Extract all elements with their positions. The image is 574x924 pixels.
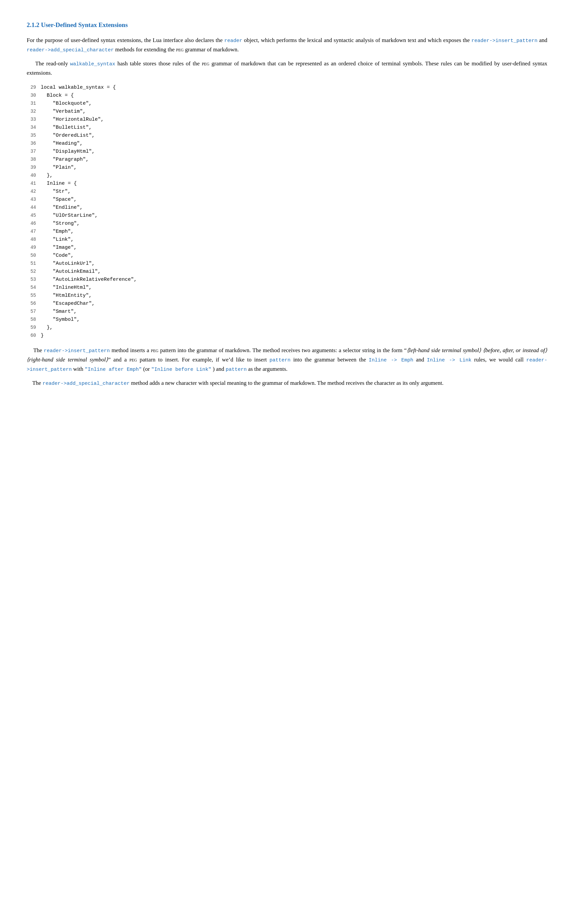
p3-text-h: (or	[143, 366, 151, 372]
paragraph-2: The read-only walkable_syntax hash table…	[27, 59, 547, 77]
code-line: 41 Inline = {	[27, 180, 547, 188]
code-text: "Link",	[41, 236, 74, 244]
code-line: 44 "Endline",	[27, 204, 547, 212]
paragraph-1: For the purpose of user-defined syntax e…	[27, 36, 547, 54]
p3-pattern-link2[interactable]: pattern	[226, 367, 247, 372]
line-number: 45	[27, 212, 41, 219]
code-line: 56 "EscapedChar",	[27, 300, 547, 308]
p3-inline-after-emph[interactable]: "Inline after Emph"	[85, 367, 142, 372]
code-text: "HorizontalRule",	[41, 116, 104, 124]
section-heading: 2.1.2 User-Defined Syntax Extensions	[27, 20, 547, 30]
code-text: "AutoLinkEmail",	[41, 268, 101, 276]
p1-text-a: For the purpose of user-defined syntax e…	[27, 37, 222, 43]
code-line: 52 "AutoLinkEmail",	[27, 268, 547, 276]
line-number: 29	[27, 84, 41, 91]
code-line: 57 "Smart",	[27, 308, 547, 316]
p3-indent: The	[27, 347, 44, 354]
p4-indent: The	[27, 380, 43, 386]
p3-text-j: as the arguments.	[248, 366, 287, 372]
code-line: 60 }	[27, 332, 547, 340]
p3-text-f: rules, we would call	[474, 357, 526, 363]
reader-link[interactable]: reader	[224, 38, 242, 44]
line-number: 56	[27, 300, 41, 307]
code-text: "Plain",	[41, 164, 77, 172]
code-text: "Symbol",	[41, 316, 80, 324]
code-line: 54 "InlineHtml",	[27, 284, 547, 292]
code-text: "DisplayHtml",	[41, 148, 95, 156]
line-number: 50	[27, 252, 41, 259]
code-line: 43 "Space",	[27, 196, 547, 204]
code-text: "Verbatim",	[41, 108, 86, 116]
line-number: 43	[27, 196, 41, 203]
p4-text-b: method adds a new character with special…	[131, 380, 443, 386]
code-line: 58 "Symbol",	[27, 316, 547, 324]
p3-pattern-link[interactable]: pattern	[270, 357, 291, 363]
code-text: "UlOrStarLine",	[41, 212, 98, 220]
line-number: 55	[27, 292, 41, 299]
code-text: },	[41, 172, 53, 180]
line-number: 54	[27, 284, 41, 291]
line-number: 57	[27, 308, 41, 315]
line-number: 31	[27, 100, 41, 107]
p1-text-b: object, which performs the lexical and s…	[244, 37, 472, 43]
code-line: 42 "Str",	[27, 188, 547, 196]
walkable-syntax-link[interactable]: walkable_syntax	[70, 61, 115, 67]
line-number: 33	[27, 116, 41, 123]
code-line: 31 "Blockquote",	[27, 100, 547, 108]
add-special-character-link[interactable]: reader->add_special_character	[27, 47, 114, 53]
code-line: 30 Block = {	[27, 92, 547, 100]
line-number: 42	[27, 188, 41, 195]
code-line: 45 "UlOrStarLine",	[27, 212, 547, 220]
code-text: "Smart",	[41, 308, 77, 316]
line-number: 40	[27, 172, 41, 179]
code-line: 29 local walkable_syntax = {	[27, 84, 547, 92]
line-number: 58	[27, 316, 41, 323]
p3-inline-emph-link[interactable]: Inline -> Emph	[369, 357, 413, 363]
p3-text-d: into the grammar between the	[293, 357, 369, 363]
code-text: "BulletList",	[41, 124, 92, 132]
code-line: 37 "DisplayHtml",	[27, 148, 547, 156]
line-number: 37	[27, 148, 41, 155]
code-text: "Heading",	[41, 140, 83, 148]
p4-add-special-character-link[interactable]: reader->add_special_character	[43, 381, 129, 387]
line-number: 36	[27, 140, 41, 147]
code-line: 55 "HtmlEntity",	[27, 292, 547, 300]
p3-insert-pattern-link[interactable]: reader->insert_pattern	[44, 348, 110, 354]
code-text: "Space",	[41, 196, 77, 204]
line-number: 51	[27, 260, 41, 267]
code-line: 32 "Verbatim",	[27, 108, 547, 116]
line-number: 60	[27, 332, 41, 339]
code-text: "Emph",	[41, 228, 74, 236]
code-text: Inline = {	[41, 180, 77, 188]
code-line: 50 "Code",	[27, 252, 547, 260]
p1-text-c: and	[539, 37, 547, 43]
code-block: 29 local walkable_syntax = { 30 Block = …	[27, 84, 547, 340]
code-text: },	[41, 324, 53, 332]
paragraph-3: The reader->insert_pattern method insert…	[27, 346, 547, 374]
code-text: "OrderedList",	[41, 132, 95, 140]
insert-pattern-link[interactable]: reader->insert_pattern	[471, 38, 537, 44]
line-number: 52	[27, 268, 41, 275]
code-text: Block = {	[41, 92, 74, 100]
line-number: 39	[27, 164, 41, 171]
line-number: 41	[27, 180, 41, 187]
p3-inline-link-link[interactable]: Inline -> Link	[427, 357, 472, 363]
code-text: local walkable_syntax = {	[41, 84, 116, 92]
code-line: 48 "Link",	[27, 236, 547, 244]
code-text: "Endline",	[41, 204, 83, 212]
code-text: "EscapedChar",	[41, 300, 95, 308]
code-text: "InlineHtml",	[41, 284, 92, 292]
line-number: 35	[27, 132, 41, 139]
paragraph-4: The reader->add_special_character method…	[27, 379, 547, 388]
code-text: "Paragraph",	[41, 156, 89, 164]
line-number: 47	[27, 228, 41, 235]
p3-inline-before-link[interactable]: "Inline before Link"	[151, 367, 211, 372]
section-title: User-Defined Syntax Extensions	[41, 21, 128, 28]
code-text: "HtmlEntity",	[41, 292, 92, 300]
p3-text-g: with	[73, 366, 84, 372]
code-line: 33 "HorizontalRule",	[27, 116, 547, 124]
line-number: 53	[27, 276, 41, 283]
code-text: "AutoLinkRelativeReference",	[41, 276, 137, 284]
line-number: 30	[27, 92, 41, 99]
code-line: 59 },	[27, 324, 547, 332]
